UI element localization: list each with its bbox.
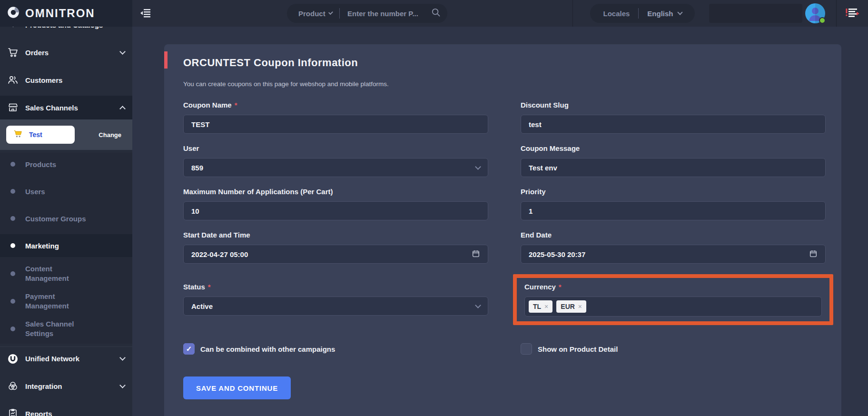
chevron-down-icon (119, 49, 126, 55)
currency-multiselect[interactable]: TL × EUR × (524, 297, 822, 317)
divider (638, 8, 639, 19)
subitem-label: Payment Management (25, 292, 87, 311)
field-status: Status* Active (183, 274, 488, 325)
status-select[interactable]: Active (183, 297, 488, 316)
field-show-on-detail-checkbox: Show on Product Detail (521, 336, 826, 399)
chevron-down-icon (677, 10, 682, 15)
field-coupon-name: Coupon Name* (183, 101, 488, 134)
date-value: 2022-04-27 05:00 (191, 250, 248, 258)
search-icon[interactable] (431, 8, 441, 19)
bullet-icon (10, 327, 15, 331)
logo-strip: OMNITRON (0, 0, 132, 27)
chevron-down-icon (475, 164, 481, 170)
field-label: User (183, 144, 488, 152)
max-applications-input[interactable] (183, 201, 488, 220)
user-select[interactable]: 859 (183, 158, 488, 177)
required-mark: * (559, 283, 562, 291)
current-language: English (647, 10, 673, 18)
change-channel-button[interactable]: Change (99, 131, 121, 139)
sidebar-subitem-sales-channel-settings[interactable]: Sales Channel Settings (0, 315, 132, 343)
currency-highlight-box: Currency* TL × EUR × (513, 274, 833, 325)
save-and-continue-button[interactable]: SAVE AND CONTINUE (183, 376, 291, 399)
collapse-sidebar-icon[interactable] (140, 8, 153, 19)
customers-icon (7, 74, 19, 86)
sidebar-subitem-marketing[interactable]: Marketing (0, 234, 132, 257)
bullet-icon (10, 243, 15, 248)
store-icon (7, 101, 19, 114)
sidebar-subitem-payment-management[interactable]: Payment Management (0, 287, 132, 315)
sidebar-item-label: Customers (25, 76, 125, 84)
field-label: Status* (183, 283, 488, 291)
chevron-down-icon (328, 10, 333, 15)
coupon-form: Coupon Name* Discount Slug User 859 C (183, 101, 826, 399)
field-label: Maximum Number of Applications (Per Cart… (183, 188, 488, 196)
start-date-input[interactable]: 2022-04-27 05:00 (183, 245, 488, 264)
sidebar-item-orders[interactable]: Orders (0, 40, 132, 64)
coupon-message-input[interactable] (521, 158, 826, 177)
field-end-date: End Date 2025-05-30 20:37 (521, 231, 826, 264)
sidebar-nav: Products and Catalogs Orders Customers S… (0, 0, 132, 416)
sidebar-subitem-content-management[interactable]: Content Management (0, 260, 132, 287)
search-input[interactable] (347, 10, 427, 18)
page-title: ORCUNTEST Coupon Information (183, 57, 826, 69)
discount-slug-input[interactable] (521, 115, 826, 134)
bullet-icon (10, 299, 15, 304)
search-category-select[interactable]: Product (298, 10, 326, 18)
user-avatar[interactable] (805, 3, 825, 23)
selected-value: 859 (191, 164, 203, 172)
active-channel-pill[interactable]: Test (6, 126, 75, 144)
sidebar-subitem-products[interactable]: Products (0, 153, 132, 176)
subitem-label: Products (25, 160, 56, 168)
locales-label: Locales (603, 10, 630, 18)
sidebar-subitem-customer-groups[interactable]: Customer Groups (0, 207, 132, 230)
calendar-icon[interactable] (472, 249, 480, 259)
priority-input[interactable] (521, 201, 826, 220)
sidebar-subitem-users[interactable]: Users (0, 180, 132, 203)
chip-label: TL (533, 303, 541, 310)
field-start-date: Start Date and Time 2022-04-27 05:00 (183, 231, 488, 264)
sidebar-item-integration[interactable]: Integration (0, 374, 132, 398)
sidebar-item-sales-channels[interactable]: Sales Channels (0, 96, 132, 119)
remove-chip-icon[interactable]: × (578, 303, 582, 310)
language-selector[interactable]: Locales English (590, 4, 695, 23)
calendar-icon[interactable] (809, 249, 818, 259)
field-label: Priority (521, 188, 826, 196)
combine-checkbox[interactable]: ✓ (183, 343, 195, 355)
sidebar-item-label: Integration (25, 382, 114, 390)
sidebar-item-unified-network[interactable]: Unified Network (0, 347, 132, 370)
chip-label: EUR (561, 303, 575, 310)
show-on-detail-checkbox[interactable] (521, 343, 532, 355)
coupon-name-input[interactable] (183, 115, 488, 134)
error-logs-icon[interactable] (845, 7, 860, 20)
field-label: Coupon Name* (183, 101, 488, 109)
end-date-input[interactable]: 2025-05-30 20:37 (521, 245, 826, 264)
sidebar-item-label: Reports (25, 410, 125, 416)
remove-chip-icon[interactable]: × (544, 303, 548, 310)
sidebar-item-reports[interactable]: Reports (0, 402, 132, 416)
coupon-form-panel: ORCUNTEST Coupon Information You can cre… (164, 44, 841, 416)
chevron-down-icon (475, 302, 481, 308)
field-currency: Currency* TL × EUR × (521, 274, 826, 325)
field-label: Start Date and Time (183, 231, 488, 239)
page-subtitle: You can create coupons on this page for … (183, 80, 826, 88)
online-status-dot (819, 17, 826, 24)
date-value: 2025-05-30 20:37 (529, 250, 585, 258)
sidebar-item-customers[interactable]: Customers (0, 68, 132, 92)
field-discount-slug: Discount Slug (521, 101, 826, 134)
reports-icon (7, 407, 19, 416)
field-label: Coupon Message (521, 144, 826, 152)
field-combine-checkbox: ✓ Can be combined with other campaigns S… (183, 336, 488, 399)
title-accent-bar (164, 51, 168, 69)
unified-network-icon (7, 353, 19, 365)
topbar-divider (836, 0, 837, 27)
field-label: Currency* (524, 283, 822, 291)
yellow-cart-icon (13, 129, 23, 141)
currency-chip-tl[interactable]: TL × (529, 300, 552, 313)
bullet-icon (10, 189, 15, 194)
bullet-icon (10, 271, 15, 276)
topbar-divider (572, 0, 573, 27)
topbar-panel (709, 4, 802, 23)
subitem-label: Customer Groups (25, 215, 86, 223)
currency-chip-eur[interactable]: EUR × (556, 300, 586, 313)
field-coupon-message: Coupon Message (521, 144, 826, 177)
